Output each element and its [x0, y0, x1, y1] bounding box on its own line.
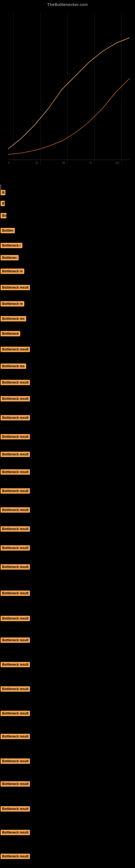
bottleneck-item-35: Bottleneck result	[1, 830, 30, 835]
bottleneck-label-7: Bottleneck re	[1, 269, 24, 274]
bottleneck-label-34: Bottleneck result	[1, 806, 30, 812]
bottleneck-item-3: Bo	[1, 213, 6, 218]
bottleneck-label-24: Bottleneck result	[1, 564, 30, 569]
bottleneck-item-22: Bottleneck result	[1, 526, 30, 532]
bottleneck-label-32: Bottleneck result	[1, 758, 30, 764]
bottleneck-label-33: Bottleneck result	[1, 781, 30, 786]
bottleneck-item-19: Bottleneck result	[1, 469, 30, 475]
svg-text:50: 50	[62, 161, 65, 164]
bottleneck-item-9: Bottleneck re	[1, 301, 24, 307]
bottleneck-label-1: B	[1, 190, 5, 195]
bottleneck-item-18: Bottleneck result	[1, 452, 30, 457]
bottleneck-item-25: Bottleneck result	[1, 590, 30, 596]
bottleneck-label-16: Bottleneck result	[1, 415, 30, 421]
bottleneck-item-2: B	[1, 201, 5, 206]
bottleneck-item-20: Bottleneck result	[1, 488, 30, 494]
bottleneck-item-31: Bottleneck result	[1, 734, 30, 739]
bottleneck-label-3: Bo	[1, 213, 6, 218]
bottleneck-label-19: Bottleneck result	[1, 469, 30, 475]
bottleneck-item-5: Bottleneck r	[1, 243, 22, 248]
bottleneck-item-15: Bottleneck result	[1, 396, 30, 401]
bottleneck-label-23: Bottleneck result	[1, 545, 30, 551]
bottleneck-label-2: B	[1, 201, 5, 206]
bottleneck-label-35: Bottleneck result	[1, 830, 30, 835]
bottleneck-label-14: Bottleneck result	[1, 380, 30, 385]
bottleneck-label-31: Bottleneck result	[1, 734, 30, 739]
bottleneck-item-7: Bottleneck re	[1, 269, 24, 274]
bottleneck-item-17: Bottleneck result	[1, 434, 30, 439]
bottleneck-label-29: Bottleneck result	[1, 686, 30, 692]
bottleneck-item-30: Bottleneck result	[1, 711, 30, 716]
bottleneck-label-36: Bottleneck result	[1, 854, 30, 859]
bottleneck-label-9: Bottleneck re	[1, 301, 24, 307]
chart-area: 0 25 50 75 100	[0, 8, 135, 176]
bottleneck-item-29: Bottleneck result	[1, 686, 30, 692]
bottleneck-item-13: Bottleneck res	[1, 364, 26, 369]
bottleneck-label-17: Bottleneck result	[1, 434, 30, 439]
bottleneck-label-28: Bottleneck result	[1, 662, 30, 667]
bottleneck-item-14: Bottleneck result	[1, 380, 30, 385]
bottleneck-label-22: Bottleneck result	[1, 526, 30, 532]
bottleneck-item-36: Bottleneck result	[1, 854, 30, 859]
bottleneck-item-33: Bottleneck result	[1, 781, 30, 786]
bottleneck-label-8: Bottleneck result	[1, 285, 30, 290]
bottleneck-label-20: Bottleneck result	[1, 488, 30, 494]
bottleneck-item-26: Bottleneck result	[1, 616, 30, 621]
bottleneck-item-6: Bottlenec	[1, 255, 18, 260]
bottleneck-item-8: Bottleneck result	[1, 285, 30, 290]
bottleneck-item-32: Bottleneck result	[1, 758, 30, 764]
bottleneck-label-11: Bottleneck	[1, 331, 20, 336]
bottleneck-label-18: Bottleneck result	[1, 452, 30, 457]
page-container: TheBottlenecker.com 0 25 50 75 100	[0, 0, 135, 868]
bottleneck-item-12: Bottleneck result	[1, 347, 30, 352]
bottleneck-item-24: Bottleneck result	[1, 564, 30, 569]
svg-text:0: 0	[8, 161, 10, 164]
bottleneck-label-21: Bottleneck result	[1, 507, 30, 513]
bottleneck-item-16: Bottleneck result	[1, 415, 30, 421]
bottleneck-label-15: Bottleneck result	[1, 396, 30, 401]
bottleneck-label-4: Bottlen	[1, 228, 15, 233]
bottleneck-label-10: Bottleneck res	[1, 316, 26, 321]
svg-text:75: 75	[89, 161, 92, 164]
bottleneck-item-4: Bottlen	[1, 228, 15, 233]
bottleneck-item-34: Bottleneck result	[1, 806, 30, 812]
bottleneck-label-13: Bottleneck res	[1, 364, 26, 369]
bottleneck-item-28: Bottleneck result	[1, 662, 30, 667]
bottleneck-item-23: Bottleneck result	[1, 545, 30, 551]
bottleneck-item-1: B	[1, 190, 5, 195]
bottleneck-item-11: Bottleneck	[1, 331, 20, 336]
bottleneck-item-27: Bottleneck result	[1, 638, 30, 643]
svg-text:25: 25	[35, 161, 38, 164]
site-title: TheBottlenecker.com	[0, 0, 135, 8]
svg-text:100: 100	[115, 161, 119, 164]
bottleneck-label-5: Bottleneck r	[1, 243, 22, 248]
bottleneck-label-25: Bottleneck result	[1, 590, 30, 596]
bottleneck-label-27: Bottleneck result	[1, 638, 30, 643]
bottleneck-item-10: Bottleneck res	[1, 316, 26, 321]
bottleneck-label-26: Bottleneck result	[1, 616, 30, 621]
bottleneck-label-6: Bottlenec	[1, 255, 18, 260]
bottleneck-item-21: Bottleneck result	[1, 507, 30, 513]
bottleneck-label-30: Bottleneck result	[1, 711, 30, 716]
bottleneck-label-12: Bottleneck result	[1, 347, 30, 352]
